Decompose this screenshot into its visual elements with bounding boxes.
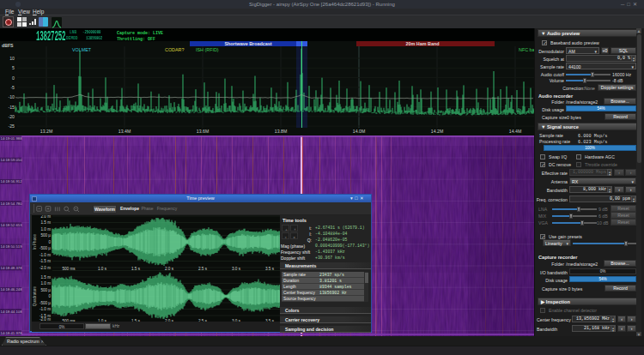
svg-text:0: 0 xyxy=(48,294,51,298)
svg-text:-500 µ: -500 µ xyxy=(39,246,51,250)
svg-text:14:18:50.519: 14:18:50.519 xyxy=(1,244,23,249)
svg-text:14:18:44.108: 14:18:44.108 xyxy=(1,310,23,314)
svg-text:500 µ: 500 µ xyxy=(40,233,51,238)
svg-text:In Phase: In Phase xyxy=(33,233,37,250)
svg-text:14:18:41.978: 14:18:41.978 xyxy=(1,331,23,335)
svg-text:13.6M: 13.6M xyxy=(197,129,209,134)
svg-text:-1.0 m: -1.0 m xyxy=(39,253,51,257)
svg-text:-2.0 m: -2.0 m xyxy=(39,317,51,322)
svg-text:14.4M: 14.4M xyxy=(509,129,521,134)
svg-text:14:18:59.050: 14:18:59.050 xyxy=(1,158,23,162)
svg-text:1.5 m: 1.5 m xyxy=(41,220,52,225)
svg-text:14:18:54.780: 14:18:54.780 xyxy=(1,202,23,206)
svg-text:-15: -15 xyxy=(9,105,15,110)
svg-text:1.0 m: 1.0 m xyxy=(41,281,52,286)
svg-text:14:18:52.653: 14:18:52.653 xyxy=(1,223,23,227)
svg-text:14:18:56.912: 14:18:56.912 xyxy=(1,179,23,184)
svg-text:Quadrature: Quadrature xyxy=(33,286,37,306)
svg-text:dBFS: dBFS xyxy=(2,43,14,48)
svg-text:500 µ: 500 µ xyxy=(40,288,51,292)
svg-text:ISH (RFID): ISH (RFID) xyxy=(196,47,219,52)
svg-text:14.0M: 14.0M xyxy=(353,129,365,134)
svg-text:2.0 m: 2.0 m xyxy=(41,215,52,219)
svg-text:20m Ham Band: 20m Ham Band xyxy=(406,41,440,46)
svg-text:NFC ba: NFC ba xyxy=(519,47,534,52)
svg-text:-10: -10 xyxy=(9,94,15,99)
svg-text:1.5 m: 1.5 m xyxy=(41,275,52,280)
svg-text:-5: -5 xyxy=(10,85,15,90)
svg-text:14:19:01.988: 14:19:01.988 xyxy=(1,136,23,141)
svg-text:0: 0 xyxy=(48,240,51,244)
svg-text:-25: -25 xyxy=(9,123,15,129)
svg-text:VOLMET: VOLMET xyxy=(72,47,92,52)
svg-text:-1.0 m: -1.0 m xyxy=(39,307,51,311)
svg-text:0: 0 xyxy=(12,75,15,81)
svg-text:1.0 m: 1.0 m xyxy=(41,227,52,232)
svg-text:13.2M: 13.2M xyxy=(40,129,52,134)
svg-text:14.2M: 14.2M xyxy=(431,129,443,134)
svg-text:CODAR?: CODAR? xyxy=(165,47,184,52)
svg-text:14:18:48.378: 14:18:48.378 xyxy=(1,266,23,270)
svg-text:13.4M: 13.4M xyxy=(118,129,131,134)
svg-text:5: 5 xyxy=(12,65,15,70)
svg-text:-20: -20 xyxy=(9,114,15,119)
svg-text:-2.0 m: -2.0 m xyxy=(39,266,51,270)
svg-text:10: 10 xyxy=(9,56,15,61)
svg-text:13.8M: 13.8M xyxy=(275,129,287,134)
svg-text:-1.5 m: -1.5 m xyxy=(39,259,51,263)
svg-text:14:18:46.248: 14:18:46.248 xyxy=(1,287,23,292)
svg-text:-500 µ: -500 µ xyxy=(39,301,51,305)
svg-text:Shortwave Broadcast: Shortwave Broadcast xyxy=(224,41,271,46)
